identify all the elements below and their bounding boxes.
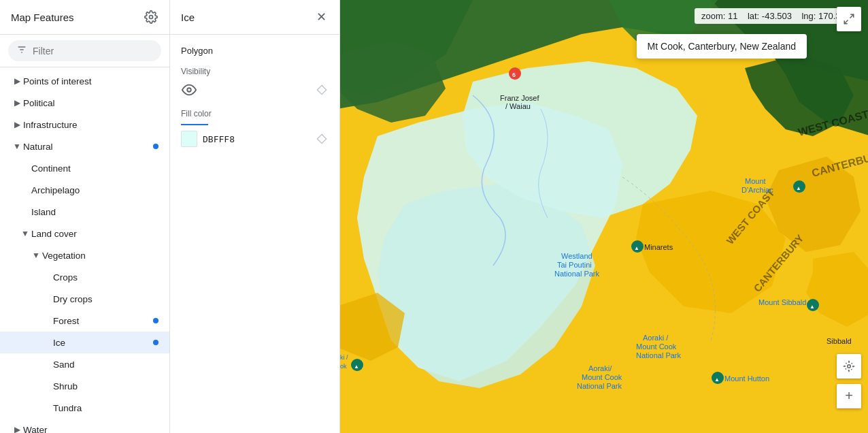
fill-color-controls: DBFFF8 (181, 131, 329, 147)
chevron-right-icon: ▶ (11, 118, 23, 131)
chevron-right-icon: ▶ (11, 75, 23, 87)
sidebar-item-label: Tundra (53, 403, 158, 413)
sidebar: Map Features ▶ Points of interest (0, 0, 170, 433)
fill-line (181, 124, 208, 125)
diamond-icon[interactable] (315, 83, 329, 97)
filter-input[interactable] (33, 46, 153, 57)
sidebar-item-label: Shrub (53, 381, 158, 391)
svg-text:▲: ▲ (714, 376, 720, 383)
chevron-right-icon: ▶ (11, 423, 23, 433)
color-input-row: DBFFF8 (181, 131, 235, 147)
chevron-down-icon: ▼ (11, 140, 23, 153)
sidebar-item-shrub[interactable]: ▶ Shrub (0, 375, 169, 397)
color-hex: DBFFF8 (203, 134, 235, 144)
sidebar-item-infrastructure[interactable]: ▶ Infrastructure (0, 114, 169, 135)
diamond-icon-fill[interactable] (315, 132, 329, 146)
svg-text:/ Waiau: / Waiau (505, 102, 531, 110)
chevron-down-icon: ▼ (19, 227, 31, 240)
tooltip-text: Mt Cook, Canterbury, New Zealand (648, 41, 796, 52)
svg-text:National Park: National Park (636, 351, 682, 359)
sidebar-item-label: Points of interest (23, 76, 158, 86)
svg-text:Aoraki /: Aoraki / (643, 334, 669, 342)
chevron-right-icon: ▶ (11, 97, 23, 109)
tree-list: ▶ Points of interest ▶ Political ▶ Infra… (0, 67, 169, 433)
sidebar-item-ice[interactable]: ▶ Ice (0, 332, 169, 353)
sidebar-item-land-cover[interactable]: ▼ Land cover (0, 223, 169, 244)
svg-point-58 (848, 365, 851, 368)
sidebar-item-tundra[interactable]: ▶ Tundra (0, 397, 169, 419)
fill-color-row: Fill color DBFFF8 (181, 109, 329, 147)
visibility-row: Visibility (181, 67, 329, 98)
sidebar-item-sand[interactable]: ▶ Sand (0, 353, 169, 375)
filter-bar (0, 35, 169, 67)
svg-text:Sibbald: Sibbald (827, 337, 852, 345)
svg-marker-5 (317, 85, 326, 94)
map-tooltip: Mt Cook, Canterbury, New Zealand (637, 34, 807, 59)
active-dot (153, 340, 158, 345)
map-svg: WEST COAST CANTERBURY WEST COAST CANTERB… (340, 0, 868, 433)
sidebar-item-water[interactable]: ▶ Water (0, 419, 169, 433)
svg-text:▲: ▲ (809, 304, 815, 310)
sidebar-item-label: Land cover (31, 229, 158, 239)
sidebar-item-continent[interactable]: ▶ Continent (0, 157, 169, 179)
chevron-down-icon: ▼ (30, 249, 42, 261)
svg-text:▲: ▲ (354, 364, 359, 370)
location-button[interactable] (837, 354, 861, 379)
filter-input-wrapper (8, 40, 161, 61)
svg-text:Franz Josef: Franz Josef (500, 94, 539, 102)
polygon-label: Polygon (181, 46, 329, 56)
map-area[interactable]: WEST COAST CANTERBURY WEST COAST CANTERB… (340, 0, 868, 433)
sidebar-item-political[interactable]: ▶ Political (0, 92, 169, 114)
sidebar-item-vegetation[interactable]: ▼ Vegetation (0, 244, 169, 266)
sidebar-item-crops[interactable]: ▶ Crops (0, 266, 169, 288)
sidebar-title: Map Features (11, 12, 74, 23)
fill-color-section: DBFFF8 (181, 124, 329, 147)
gear-icon[interactable] (144, 10, 158, 25)
svg-text:Mount Hutton: Mount Hutton (724, 374, 769, 383)
sidebar-item-forest[interactable]: ▶ Forest (0, 310, 169, 332)
svg-text:National Park: National Park (554, 270, 600, 278)
svg-text:Minarets: Minarets (644, 243, 673, 251)
svg-text:ook: ook (340, 363, 347, 370)
sidebar-item-island[interactable]: ▶ Island (0, 201, 169, 223)
svg-text:▲: ▲ (634, 245, 639, 251)
svg-point-4 (187, 88, 191, 92)
visibility-label: Visibility (181, 67, 329, 76)
sidebar-item-label: Island (31, 207, 158, 217)
svg-marker-6 (317, 134, 326, 143)
detail-title: Ice (181, 12, 195, 23)
fill-color-label: Fill color (181, 109, 329, 118)
sidebar-item-label: Forest (53, 316, 153, 326)
visibility-controls (181, 82, 329, 98)
svg-text:Mount Sibbald: Mount Sibbald (758, 298, 806, 306)
sidebar-item-label: Archipelago (31, 185, 158, 195)
sidebar-item-label: Vegetation (42, 251, 158, 261)
filter-icon (16, 44, 27, 57)
svg-point-59 (845, 362, 853, 370)
close-icon[interactable]: ✕ (314, 10, 329, 25)
sidebar-item-label: Continent (31, 163, 158, 174)
active-dot (153, 144, 158, 149)
zoom-in-button[interactable]: + (837, 384, 861, 408)
detail-content: Polygon Visibility Fill color (170, 35, 339, 433)
svg-line-57 (844, 20, 848, 24)
sidebar-item-label: Water (23, 425, 158, 434)
fullscreen-button[interactable] (837, 7, 861, 31)
svg-text:Tai Poutini: Tai Poutini (557, 261, 592, 269)
color-swatch[interactable] (181, 131, 197, 147)
sidebar-item-natural[interactable]: ▼ Natural (0, 135, 169, 157)
svg-text:Aoraki/: Aoraki/ (588, 364, 612, 372)
sidebar-item-label: Political (23, 98, 158, 108)
svg-text:6: 6 (512, 71, 516, 78)
sidebar-item-archipelago[interactable]: ▶ Archipelago (0, 179, 169, 201)
svg-text:Mount Cook: Mount Cook (636, 342, 677, 351)
svg-text:Mount Cook: Mount Cook (582, 373, 622, 381)
eye-icon[interactable] (181, 82, 197, 98)
svg-text:▲: ▲ (796, 185, 801, 191)
polygon-section: Polygon (181, 46, 329, 56)
sidebar-item-points-of-interest[interactable]: ▶ Points of interest (0, 70, 169, 92)
sidebar-item-label: Crops (53, 272, 158, 283)
svg-text:National Park: National Park (577, 382, 622, 390)
sidebar-item-label: Natural (23, 142, 153, 152)
sidebar-item-dry-crops[interactable]: ▶ Dry crops (0, 288, 169, 310)
